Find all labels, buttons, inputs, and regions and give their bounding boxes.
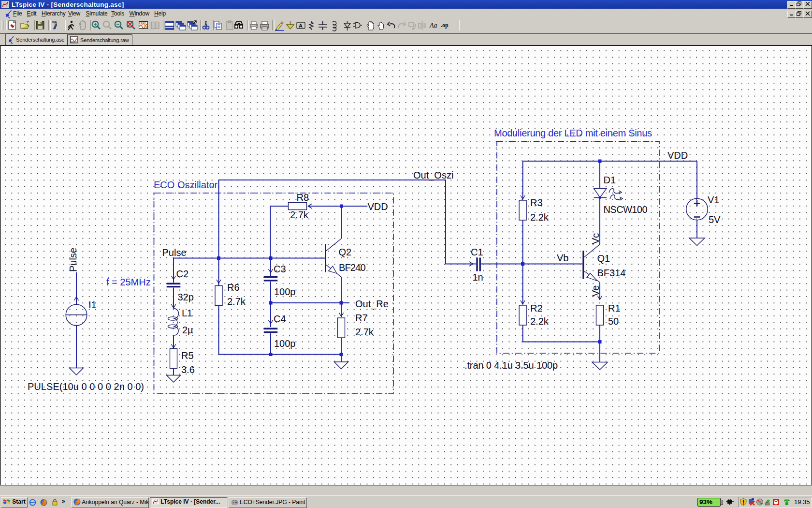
svg-text:R5: R5 (181, 350, 194, 361)
svg-text:D1: D1 (604, 175, 616, 185)
svg-text:5V: 5V (709, 214, 721, 225)
svg-text:BF240: BF240 (339, 262, 366, 273)
svg-text:R7: R7 (355, 313, 368, 323)
svg-text:V1: V1 (708, 194, 719, 205)
svg-text:Aa: Aa (429, 22, 437, 29)
svg-text:I1: I1 (88, 299, 97, 310)
svg-text:C4: C4 (274, 314, 286, 324)
svg-text:VDD: VDD (368, 201, 388, 212)
svg-text:ECO Oszillator: ECO Oszillator (154, 179, 218, 190)
svg-text:NSCW100: NSCW100 (604, 204, 648, 215)
svg-text:Vb: Vb (557, 253, 568, 263)
svg-text:R6: R6 (227, 282, 240, 293)
svg-text:A: A (299, 23, 303, 29)
svg-text:32p: 32p (178, 292, 194, 302)
svg-text:50: 50 (608, 316, 619, 327)
svg-text:Pulse: Pulse (68, 248, 78, 272)
svg-text:C1: C1 (471, 247, 483, 257)
svg-text:PULSE(10u 0 0 0 0 2n 0 0): PULSE(10u 0 0 0 0 2n 0 0) (28, 381, 144, 392)
svg-text:100p: 100p (274, 338, 296, 349)
svg-text:Out_Oszi: Out_Oszi (413, 170, 453, 181)
svg-text:Q2: Q2 (339, 247, 352, 257)
svg-text:Vc: Vc (590, 233, 601, 244)
svg-text:R3: R3 (530, 197, 543, 208)
svg-text:2µ: 2µ (182, 325, 193, 335)
svg-text:Pulse: Pulse (162, 247, 187, 258)
svg-text:2.7k: 2.7k (227, 296, 246, 307)
svg-text:f = 25MHz: f = 25MHz (106, 277, 151, 287)
svg-text:.op: .op (441, 22, 449, 29)
svg-text:BF314: BF314 (597, 268, 626, 278)
svg-text:2.7k: 2.7k (290, 209, 309, 220)
svg-text:2.7k: 2.7k (355, 327, 374, 337)
svg-text:3.6: 3.6 (181, 364, 195, 375)
svg-text:VDD: VDD (667, 150, 688, 161)
svg-text:C3: C3 (274, 264, 286, 274)
svg-text:R8: R8 (297, 192, 309, 203)
svg-text:100p: 100p (274, 286, 296, 297)
svg-text:C2: C2 (176, 269, 189, 279)
svg-text:R2: R2 (530, 303, 543, 314)
svg-text:2.2k: 2.2k (530, 212, 549, 223)
svg-text:.tran 0 4.1u 3.5u 100p: .tran 0 4.1u 3.5u 100p (464, 360, 558, 371)
svg-text:R1: R1 (608, 303, 621, 314)
svg-text:L1: L1 (182, 308, 192, 318)
svg-text:2.2k: 2.2k (530, 316, 549, 327)
svg-text:Out_Re: Out_Re (355, 299, 389, 310)
svg-text:Ve: Ve (590, 285, 601, 297)
svg-text:Q1: Q1 (597, 253, 610, 264)
svg-text:1n: 1n (473, 272, 483, 283)
svg-text:Modulierung der LED mit einem: Modulierung der LED mit einem Sinus (494, 128, 652, 138)
